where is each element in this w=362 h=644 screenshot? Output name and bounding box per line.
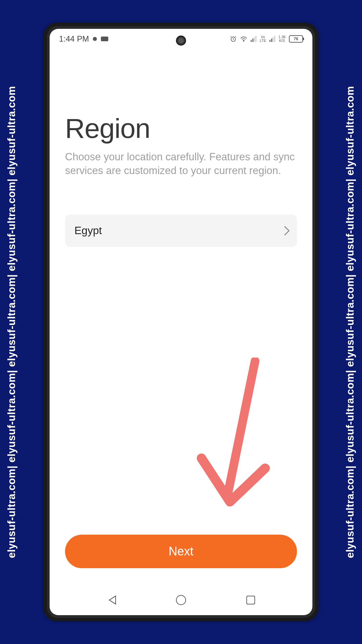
phone-frame: 1:44 PM VoLTE 1.36 K/S 76 [44, 23, 318, 621]
watermark-left: elyusuf-ultra.com| elyusuf-ultra.com| el… [0, 0, 23, 644]
region-selected-label: Egypt [74, 224, 102, 237]
notification-dot-icon [93, 37, 97, 41]
battery-icon: 76 [289, 35, 303, 43]
region-selector[interactable]: Egypt [65, 215, 297, 247]
watermark-right: elyusuf-ultra.com| elyusuf-ultra.com| el… [339, 0, 362, 644]
wifi-icon [240, 36, 247, 42]
nav-recent-button[interactable] [245, 594, 256, 606]
volte-label: VoLTE [260, 35, 266, 43]
next-button-label: Next [169, 544, 193, 558]
nav-back-button[interactable] [106, 594, 117, 606]
phone-screen: 1:44 PM VoLTE 1.36 K/S 76 [50, 29, 312, 615]
chevron-right-icon [280, 226, 290, 235]
next-button[interactable]: Next [65, 535, 297, 568]
status-bar-right: VoLTE 1.36 K/S 76 [230, 35, 303, 43]
status-clock: 1:44 PM [59, 34, 89, 44]
nav-home-button[interactable] [175, 594, 187, 606]
alarm-icon [230, 36, 237, 42]
content-area: Region Choose your location carefully. F… [50, 49, 312, 585]
signal-icon-1 [251, 36, 256, 42]
youtube-notif-icon [101, 37, 108, 41]
svg-point-1 [243, 40, 244, 41]
status-bar-left: 1:44 PM [59, 34, 108, 44]
signal-icon-2 [269, 36, 275, 42]
page-subtitle: Choose your location carefully. Features… [65, 150, 297, 178]
android-nav-bar [50, 585, 312, 615]
net-speed-label: 1.36 K/S [279, 35, 286, 43]
camera-hole-icon [176, 36, 186, 46]
phone-bezel: 1:44 PM VoLTE 1.36 K/S 76 [47, 26, 315, 618]
page-title: Region [65, 113, 297, 144]
